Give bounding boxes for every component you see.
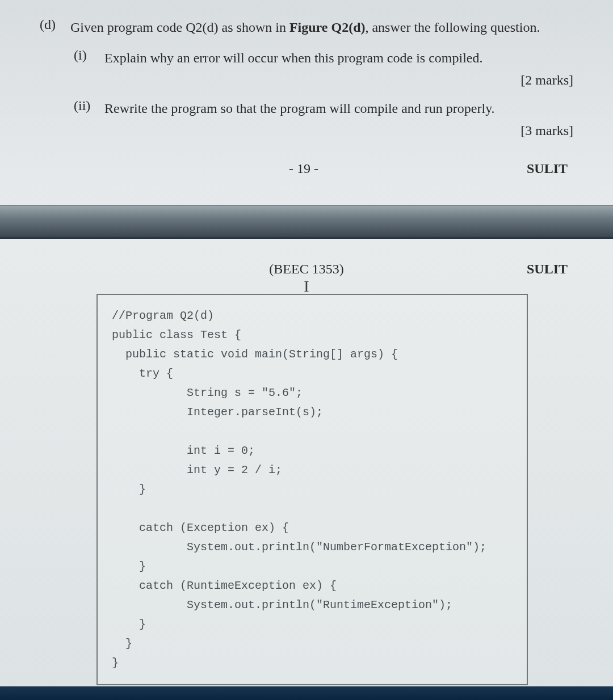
marks-i: [2 marks]	[74, 73, 579, 88]
code-line: }	[112, 618, 146, 631]
sub-label-i: (i)	[74, 48, 102, 63]
code-line: public static void main(String[] args) {	[112, 348, 398, 361]
code-box: //Program Q2(d) public class Test { publ…	[96, 294, 528, 685]
marks-ii: [3 marks]	[74, 123, 579, 138]
question-label: (d)	[40, 17, 68, 32]
code-line: }	[112, 656, 119, 669]
code-line: int i = 0;	[112, 444, 255, 457]
course-code: (BEEC 1353) I	[114, 262, 499, 277]
course-code-text: (BEEC 1353)	[269, 262, 343, 276]
sub-item-ii: (ii) Rewrite the program so that the pro…	[74, 98, 579, 138]
sub-text-i: Explain why an error will occur when thi…	[104, 48, 576, 68]
classification-header: SULIT	[499, 262, 568, 277]
page-header-row: (BEEC 1353) I SULIT	[34, 262, 579, 277]
code-line: catch (RuntimeException ex) {	[112, 579, 337, 592]
code-line: int y = 2 / i;	[112, 463, 282, 476]
question-text: Given program code Q2(d) as shown in Fig…	[70, 17, 576, 37]
question-text-after: , answer the following question.	[365, 20, 540, 35]
page-top-section: (d) Given program code Q2(d) as shown in…	[0, 0, 613, 188]
text-cursor-icon: I	[304, 277, 309, 296]
code-line: Integer.parseInt(s);	[112, 406, 323, 419]
code-line: System.out.println("RuntimeException");	[112, 598, 452, 612]
code-line: }	[112, 483, 146, 496]
page-footer-row: - 19 - SULIT	[40, 161, 579, 176]
code-line: public class Test {	[112, 328, 241, 341]
question-figure-ref: Figure Q2(d)	[289, 20, 366, 35]
code-line: System.out.println("NumberFormatExceptio…	[112, 541, 486, 554]
taskbar[interactable]	[0, 686, 613, 700]
sub-item-i: (i) Explain why an error will occur when…	[74, 48, 579, 88]
code-line: }	[112, 560, 146, 573]
code-line: catch (Exception ex) {	[112, 521, 289, 534]
code-line: }	[112, 637, 132, 650]
sub-text-ii: Rewrite the program so that the program …	[104, 98, 576, 119]
code-line: //Program Q2(d)	[112, 309, 214, 322]
page-divider	[0, 205, 613, 239]
page-bottom-section: (BEEC 1353) I SULIT //Program Q2(d) publ…	[0, 239, 613, 700]
question-text-before: Given program code Q2(d) as shown in	[70, 20, 289, 35]
code-line: String s = "5.6";	[112, 386, 303, 399]
code-line: try {	[112, 367, 173, 380]
classification-footer: SULIT	[499, 161, 568, 176]
question-d: (d) Given program code Q2(d) as shown in…	[40, 17, 579, 37]
page-number: - 19 -	[108, 161, 499, 176]
sub-label-ii: (ii)	[74, 98, 102, 113]
